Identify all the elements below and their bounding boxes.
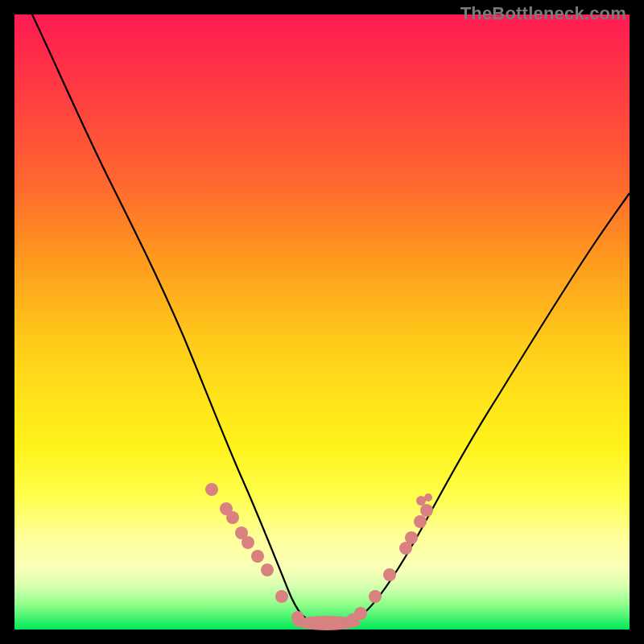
curve-marker bbox=[414, 515, 427, 528]
curve-marker bbox=[226, 511, 239, 524]
curve-marker bbox=[251, 550, 264, 563]
bottleneck-curve bbox=[32, 14, 630, 625]
curve-layer bbox=[14, 14, 630, 630]
plot-area bbox=[14, 14, 630, 630]
curve-marker bbox=[354, 607, 367, 620]
chart-frame: TheBottleneck.com bbox=[0, 0, 644, 644]
watermark-text: TheBottleneck.com bbox=[460, 3, 626, 24]
curve-marker bbox=[369, 590, 382, 603]
curve-marker bbox=[205, 483, 218, 496]
curve-marker bbox=[261, 564, 274, 576]
curve-marker bbox=[242, 536, 254, 549]
curve-marker bbox=[424, 493, 432, 502]
curve-marker bbox=[275, 590, 288, 603]
curve-marker bbox=[420, 504, 433, 517]
curve-marker bbox=[383, 568, 396, 581]
curve-marker bbox=[291, 611, 304, 624]
curve-marker bbox=[405, 531, 418, 544]
